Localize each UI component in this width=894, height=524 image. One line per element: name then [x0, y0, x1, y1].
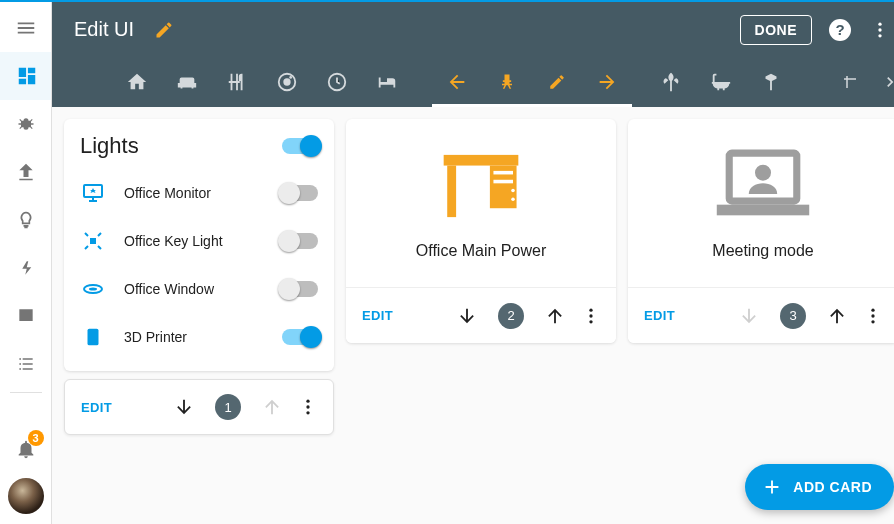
move-up-icon[interactable] — [820, 299, 854, 333]
tab-camera-icon[interactable] — [746, 57, 796, 107]
svg-rect-10 — [90, 238, 96, 244]
avatar[interactable] — [8, 478, 44, 514]
tile-label: Office Main Power — [416, 242, 546, 260]
light-toggle[interactable] — [282, 329, 318, 345]
svg-rect-13 — [88, 329, 99, 346]
move-down-icon[interactable] — [167, 390, 201, 424]
keylight-icon — [80, 229, 106, 253]
tile-label: Meeting mode — [712, 242, 813, 260]
notification-badge: 3 — [28, 430, 44, 446]
lights-title: Lights — [80, 133, 139, 159]
light-toggle[interactable] — [282, 281, 318, 297]
monitor-icon — [80, 181, 106, 205]
plus-icon — [761, 476, 783, 498]
help-icon[interactable]: ? — [828, 18, 852, 42]
svg-point-2 — [878, 22, 881, 25]
card-more-icon[interactable] — [576, 301, 606, 331]
svg-point-15 — [306, 405, 309, 408]
hamburger-menu[interactable] — [2, 4, 50, 52]
svg-point-12 — [89, 288, 97, 291]
light-row: Office Window — [80, 265, 318, 313]
svg-point-30 — [871, 308, 874, 311]
tab-garden-icon[interactable] — [646, 57, 696, 107]
nav-ideas[interactable] — [2, 196, 50, 244]
move-up-icon[interactable] — [538, 299, 572, 333]
card-edit-bar: EDIT 3 — [628, 287, 894, 343]
window-icon — [80, 277, 106, 301]
done-button[interactable]: DONE — [740, 15, 812, 45]
card-edit-bar: EDIT 2 — [346, 287, 616, 343]
content-area: Lights Office Monitor Office Key Light — [52, 107, 894, 524]
light-label: 3D Printer — [124, 329, 264, 345]
move-down-icon — [732, 299, 766, 333]
svg-rect-21 — [493, 180, 513, 184]
tab-laundry-icon[interactable] — [262, 57, 312, 107]
desk-icon — [436, 146, 526, 226]
nav-list[interactable] — [2, 340, 50, 388]
light-toggle[interactable] — [282, 185, 318, 201]
svg-point-3 — [878, 28, 881, 31]
nav-dashboard[interactable] — [0, 52, 51, 100]
add-card-fab[interactable]: ADD CARD — [745, 464, 894, 510]
move-down-icon[interactable] — [450, 299, 484, 333]
move-up-icon — [255, 390, 289, 424]
tab-move-right-icon[interactable] — [582, 57, 632, 107]
tab-scroll-right-icon[interactable] — [870, 57, 894, 107]
printer-icon — [80, 326, 106, 348]
sidebar: 3 — [0, 2, 52, 524]
tab-home-icon[interactable] — [112, 57, 162, 107]
svg-point-6 — [283, 78, 290, 85]
meeting-card: Meeting mode EDIT 3 — [628, 119, 894, 343]
nav-person[interactable] — [2, 292, 50, 340]
light-label: Office Window — [124, 281, 264, 297]
tab-bath-icon[interactable] — [696, 57, 746, 107]
edit-card-link[interactable]: EDIT — [362, 308, 393, 323]
fab-label: ADD CARD — [793, 479, 872, 495]
tab-bed-icon[interactable] — [362, 57, 412, 107]
card-edit-bar: EDIT 1 — [64, 379, 334, 435]
card-order-badge: 3 — [780, 303, 806, 329]
active-tab-segment — [432, 57, 632, 107]
card-order-badge: 1 — [215, 394, 241, 420]
svg-point-31 — [871, 314, 874, 317]
svg-point-4 — [878, 34, 881, 37]
tab-office-icon[interactable] — [482, 57, 532, 107]
notifications-button[interactable]: 3 — [2, 428, 50, 470]
light-row: Office Key Light — [80, 217, 318, 265]
nav-energy[interactable] — [2, 244, 50, 292]
light-row: 3D Printer — [80, 313, 318, 361]
light-toggle[interactable] — [282, 233, 318, 249]
lights-master-toggle[interactable] — [282, 138, 318, 154]
light-label: Office Key Light — [124, 233, 264, 249]
svg-rect-17 — [444, 155, 519, 166]
tab-kitchen-icon[interactable] — [212, 57, 262, 107]
edit-card-link[interactable]: EDIT — [644, 308, 675, 323]
tab-move-left-icon[interactable] — [432, 57, 482, 107]
svg-point-28 — [755, 165, 771, 181]
svg-point-32 — [871, 320, 874, 323]
view-tabs — [52, 57, 894, 107]
svg-point-23 — [511, 198, 515, 202]
edit-title-icon[interactable] — [154, 20, 174, 40]
card-more-icon[interactable] — [293, 392, 323, 422]
edit-card-link[interactable]: EDIT — [81, 400, 112, 415]
svg-rect-29 — [717, 205, 809, 216]
page-title: Edit UI — [74, 18, 134, 41]
power-card: Office Main Power EDIT 2 — [346, 119, 616, 343]
svg-rect-18 — [447, 166, 456, 218]
card-order-badge: 2 — [498, 303, 524, 329]
nav-debug[interactable] — [2, 100, 50, 148]
tab-add-icon[interactable] — [830, 57, 870, 107]
svg-point-7 — [289, 76, 292, 79]
tab-sofa-icon[interactable] — [162, 57, 212, 107]
light-row: Office Monitor — [80, 169, 318, 217]
svg-point-24 — [589, 308, 592, 311]
card-more-icon[interactable] — [858, 301, 888, 331]
laptop-person-icon — [708, 146, 818, 226]
nav-updates[interactable] — [2, 148, 50, 196]
svg-point-22 — [511, 189, 515, 193]
header-more-icon[interactable] — [864, 14, 894, 46]
tab-rename-icon[interactable] — [532, 57, 582, 107]
tab-climate-icon[interactable] — [312, 57, 362, 107]
svg-text:?: ? — [835, 21, 844, 38]
